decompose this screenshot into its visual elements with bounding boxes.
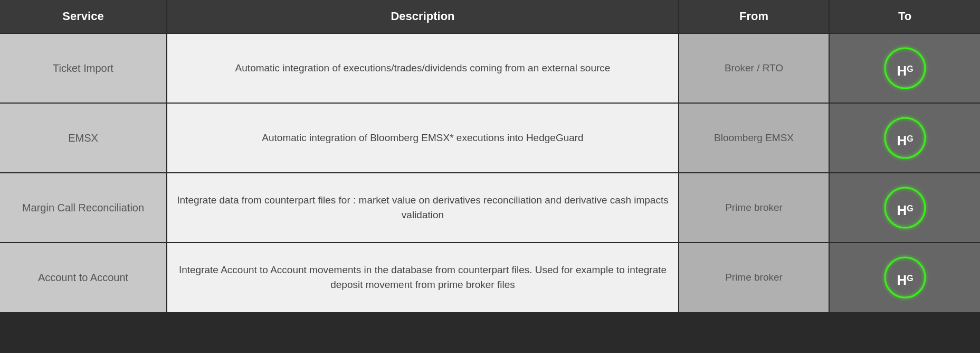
header-description: Description <box>167 0 679 33</box>
to-cell-0: HG <box>830 34 980 103</box>
hedgeguard-logo-1: HG <box>881 114 929 162</box>
from-cell-2: Prime broker <box>679 173 830 242</box>
service-cell-0: Ticket Import <box>0 34 167 103</box>
from-text-0: Broker / RTO <box>725 62 783 74</box>
description-text-1: Automatic integration of Bloomberg EMSX*… <box>262 131 583 146</box>
main-table: Service Description From To Ticket Impor… <box>0 0 980 312</box>
from-cell-3: Prime broker <box>679 243 830 312</box>
header-to-label: To <box>898 10 911 23</box>
header-description-label: Description <box>391 10 454 23</box>
description-cell-2: Integrate data from counterpart files fo… <box>167 173 679 242</box>
description-cell-0: Automatic integration of executions/trad… <box>167 34 679 103</box>
table-row: Margin Call Reconciliation Integrate dat… <box>0 172 980 242</box>
header-from-label: From <box>739 10 768 23</box>
description-text-2: Integrate data from counterpart files fo… <box>175 193 670 223</box>
from-text-1: Bloomberg EMSX <box>714 132 794 144</box>
header-to: To <box>830 0 980 33</box>
service-label-1: EMSX <box>68 132 98 144</box>
service-cell-3: Account to Account <box>0 243 167 312</box>
hedgeguard-logo-3: HG <box>881 254 929 301</box>
description-cell-3: Integrate Account to Account movements i… <box>167 243 679 312</box>
to-cell-3: HG <box>830 243 980 312</box>
description-text-0: Automatic integration of executions/trad… <box>235 61 611 76</box>
hedgeguard-logo-2: HG <box>881 184 929 231</box>
description-cell-1: Automatic integration of Bloomberg EMSX*… <box>167 104 679 172</box>
header-service-label: Service <box>62 10 103 23</box>
table-row: Account to Account Integrate Account to … <box>0 242 980 312</box>
svg-text:HG: HG <box>897 202 913 218</box>
from-text-3: Prime broker <box>725 272 783 283</box>
header-row: Service Description From To <box>0 0 980 33</box>
svg-text:HG: HG <box>897 63 913 79</box>
to-cell-1: HG <box>830 104 980 172</box>
hedgeguard-logo-0: HG <box>881 44 929 92</box>
svg-text:HG: HG <box>897 272 913 288</box>
svg-text:HG: HG <box>897 133 913 148</box>
header-from: From <box>679 0 830 33</box>
table-row: EMSX Automatic integration of Bloomberg … <box>0 103 980 172</box>
service-cell-1: EMSX <box>0 104 167 172</box>
header-service: Service <box>0 0 167 33</box>
description-text-3: Integrate Account to Account movements i… <box>175 263 670 293</box>
service-label-2: Margin Call Reconciliation <box>22 202 144 214</box>
from-cell-1: Bloomberg EMSX <box>679 104 830 172</box>
from-cell-0: Broker / RTO <box>679 34 830 103</box>
service-label-0: Ticket Import <box>53 62 113 75</box>
to-cell-2: HG <box>830 173 980 242</box>
table-row: Ticket Import Automatic integration of e… <box>0 33 980 103</box>
from-text-2: Prime broker <box>725 202 783 213</box>
service-label-3: Account to Account <box>38 272 128 284</box>
service-cell-2: Margin Call Reconciliation <box>0 173 167 242</box>
